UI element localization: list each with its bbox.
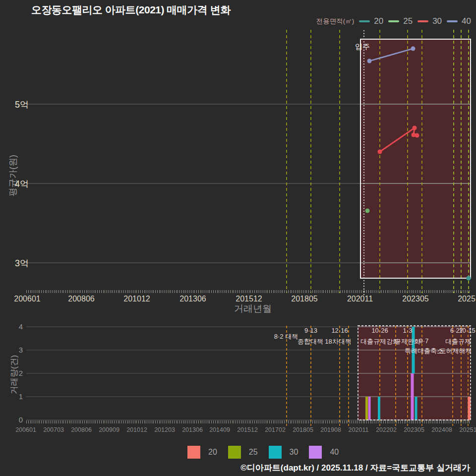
legend-item-20[interactable]: 20 <box>359 16 383 26</box>
bar-30[interactable] <box>415 397 417 420</box>
legend-bottom-item-30[interactable]: 30 <box>269 446 298 459</box>
legend-label-20: 20 <box>374 16 383 26</box>
line-swatch-40-icon <box>447 20 458 22</box>
square-swatch-25-icon <box>228 446 241 459</box>
square-swatch-20-icon <box>187 446 200 459</box>
data-point-25[interactable] <box>365 209 370 213</box>
legend-item-25[interactable]: 25 <box>388 16 413 26</box>
data-point-30[interactable] <box>378 150 382 154</box>
data-point-40[interactable] <box>367 59 372 63</box>
bar-25[interactable] <box>365 397 368 420</box>
bar-30[interactable] <box>378 397 380 420</box>
legend-bottom-label-30: 30 <box>290 448 298 457</box>
legend-item-40[interactable]: 40 <box>447 16 471 26</box>
legend-item-30[interactable]: 30 <box>417 16 442 26</box>
bar-40[interactable] <box>368 397 371 420</box>
legend-label-30: 30 <box>432 16 442 26</box>
credit-footer: ©디아파트(dapt.kr) / 2025.11.18 / 자료=국토교통부 실… <box>240 462 470 474</box>
data-point-30[interactable] <box>415 133 419 138</box>
legend-bottom-item-20[interactable]: 20 <box>187 446 217 459</box>
apartment-price-chart-page: 오장동오팰리오 아파트(2021) 매매가격 변화 평균가(원) 거래년월 거래… <box>0 0 476 476</box>
line-swatch-30-icon <box>417 20 428 22</box>
legend-bottom-label-40: 40 <box>330 448 339 457</box>
square-swatch-40-icon <box>309 446 322 459</box>
legend-area-bottom: 20 25 30 40 <box>187 446 339 459</box>
data-point-40[interactable] <box>411 47 416 51</box>
line-swatch-20-icon <box>359 20 370 22</box>
data-point-30[interactable] <box>413 126 417 130</box>
legend-bottom-item-40[interactable]: 40 <box>309 446 339 459</box>
legend-label-25: 25 <box>403 16 413 26</box>
legend-bottom-label-25: 25 <box>249 448 258 457</box>
legend-bottom-item-25[interactable]: 25 <box>228 446 258 459</box>
data-point-20[interactable] <box>467 276 471 281</box>
legend-label-40: 40 <box>462 16 471 26</box>
bar-30[interactable] <box>412 327 415 373</box>
chart-canvas <box>0 0 476 476</box>
legend-area-top: 전용면적(㎡) 20 25 30 40 <box>316 16 471 26</box>
bar-40[interactable] <box>411 373 414 420</box>
line-swatch-25-icon <box>388 20 399 22</box>
legend-title: 전용면적(㎡) <box>316 17 355 26</box>
square-swatch-30-icon <box>269 446 282 459</box>
legend-bottom-label-20: 20 <box>208 448 217 457</box>
